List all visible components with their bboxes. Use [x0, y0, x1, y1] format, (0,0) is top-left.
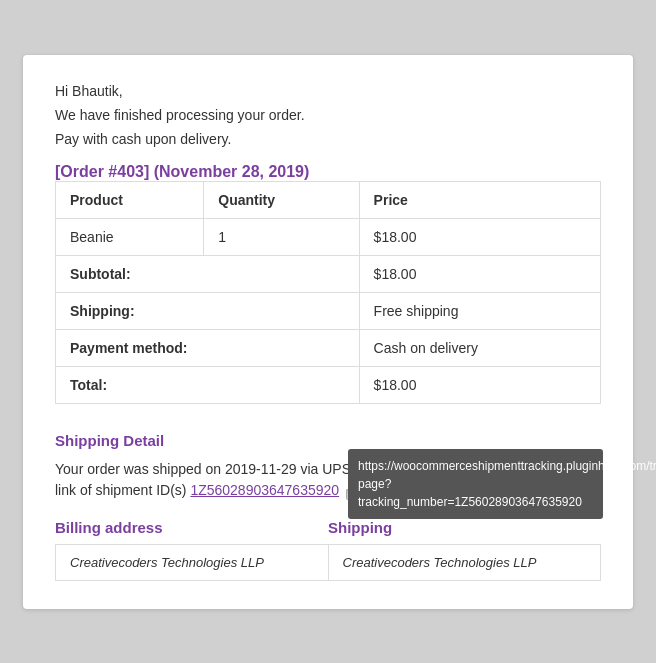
- price-cell: $18.00: [359, 218, 600, 255]
- quantity-cell: 1: [204, 218, 359, 255]
- finished-text: We have finished processing your order.: [55, 107, 601, 123]
- email-card: Hi Bhautik, We have finished processing …: [23, 55, 633, 609]
- table-row: Beanie 1 $18.00: [56, 218, 601, 255]
- tracking-link[interactable]: 1Z56028903647635920: [190, 482, 339, 498]
- shipping-detail-title: Shipping Detail: [55, 432, 601, 449]
- billing-cols: Creativecoders Technologies LLP Creative…: [55, 544, 601, 581]
- product-cell: Beanie: [56, 218, 204, 255]
- pay-note-text: Pay with cash upon delivery.: [55, 131, 601, 147]
- shipping-address-title: Shipping: [328, 519, 601, 544]
- total-value: $18.00: [359, 366, 600, 403]
- order-title-link[interactable]: [Order #403] (November 28, 2019): [55, 163, 309, 180]
- greeting-text: Hi Bhautik,: [55, 83, 601, 99]
- shipping-label: Shipping:: [56, 292, 360, 329]
- col-header-quantity: Quantity: [204, 181, 359, 218]
- col-header-price: Price: [359, 181, 600, 218]
- billing-headers: Billing address Shipping: [55, 519, 601, 544]
- shipping-company: Creativecoders Technologies LLP: [329, 545, 601, 580]
- billing-section: Billing address Shipping Creativecoders …: [55, 519, 601, 581]
- tooltip-url: https://woocommerceshipmenttracking.plug…: [358, 459, 656, 509]
- total-row: Total: $18.00: [56, 366, 601, 403]
- shipping-row: Shipping: Free shipping: [56, 292, 601, 329]
- subtotal-row: Subtotal: $18.00: [56, 255, 601, 292]
- payment-label: Payment method:: [56, 329, 360, 366]
- order-table: Product Quantity Price Beanie 1 $18.00 S…: [55, 181, 601, 404]
- subtotal-value: $18.00: [359, 255, 600, 292]
- subtotal-label: Subtotal:: [56, 255, 360, 292]
- col-header-product: Product: [56, 181, 204, 218]
- billing-company: Creativecoders Technologies LLP: [56, 545, 329, 580]
- tooltip-box: https://woocommerceshipmenttracking.plug…: [348, 449, 603, 519]
- payment-row: Payment method: Cash on delivery: [56, 329, 601, 366]
- payment-value: Cash on delivery: [359, 329, 600, 366]
- shipping-value: Free shipping: [359, 292, 600, 329]
- billing-address-title: Billing address: [55, 519, 328, 544]
- total-label: Total:: [56, 366, 360, 403]
